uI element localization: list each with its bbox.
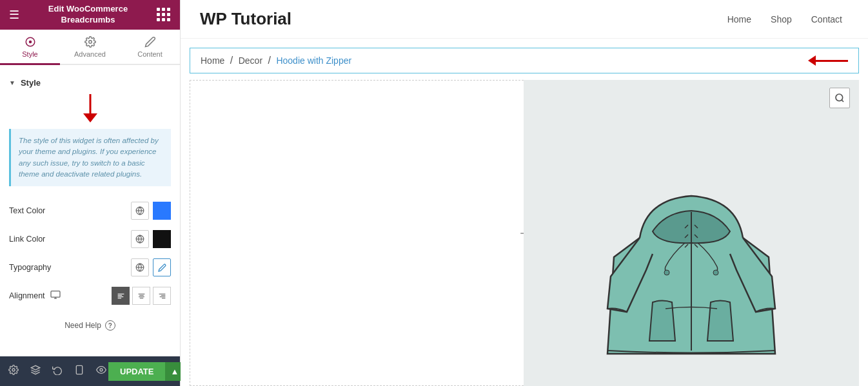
typography-actions <box>131 258 171 276</box>
link-color-row: Link Color <box>0 225 180 253</box>
help-circle-icon: ? <box>105 320 115 331</box>
tab-style-label: Style <box>22 50 37 58</box>
alignment-label: Alignment <box>9 291 45 300</box>
svg-rect-14 <box>117 293 124 294</box>
align-center-button[interactable] <box>132 287 150 305</box>
breadcrumb: Home / Decor / Hoodie with Zipper <box>201 55 351 66</box>
responsive-icon[interactable] <box>72 365 86 378</box>
alignment-label-group: Alignment <box>9 291 61 302</box>
align-right-button[interactable] <box>153 287 171 305</box>
svg-rect-11 <box>51 291 60 297</box>
svg-rect-24 <box>159 296 165 297</box>
site-header: WP Tutorial Home Shop Contact <box>181 0 868 39</box>
typography-row: Typography <box>0 253 180 282</box>
nav-contact[interactable]: Contact <box>811 14 842 24</box>
svg-point-30 <box>100 369 103 371</box>
bottom-toolbar: UPDATE ▲ <box>0 356 180 386</box>
typography-globe-icon[interactable] <box>131 258 149 276</box>
text-color-row: Text Color <box>0 197 180 225</box>
svg-point-35 <box>713 270 718 275</box>
svg-rect-21 <box>139 298 143 298</box>
svg-rect-18 <box>138 293 144 294</box>
site-title: WP Tutorial <box>200 9 291 29</box>
alignment-buttons <box>112 287 171 305</box>
nav-home[interactable]: Home <box>727 14 751 24</box>
need-help[interactable]: The style of this widget is often affect… <box>0 310 180 341</box>
style-section-title: Style <box>21 78 41 88</box>
layers-icon[interactable] <box>28 365 43 378</box>
hoodie-image <box>601 160 782 386</box>
grid-icon[interactable] <box>157 8 171 22</box>
site-nav: Home Shop Contact <box>727 14 842 24</box>
align-left-button[interactable] <box>112 287 130 305</box>
tab-advanced-label: Advanced <box>74 50 106 58</box>
arrow-indicator <box>0 94 180 122</box>
breadcrumb-current[interactable]: Hoodie with Zipper <box>276 55 351 66</box>
arrow-line <box>816 60 848 62</box>
svg-rect-25 <box>161 298 164 298</box>
link-color-globe-icon[interactable] <box>131 230 149 248</box>
breadcrumb-home[interactable]: Home <box>201 55 224 66</box>
site-content: Home / Decor / Hoodie with Zipper + <box>181 39 868 386</box>
panel-header: ☰ Edit WooCommerce Breadcrumbs <box>0 0 180 30</box>
svg-point-34 <box>664 270 669 275</box>
breadcrumb-decor[interactable]: Decor <box>239 55 262 66</box>
breadcrumb-sep-2: / <box>268 55 274 66</box>
typography-label: Typography <box>9 263 51 272</box>
svg-rect-23 <box>161 294 165 295</box>
arrow-head-icon <box>808 55 816 66</box>
text-color-globe-icon[interactable] <box>131 202 149 220</box>
typography-pencil-icon[interactable] <box>153 258 171 276</box>
svg-point-26 <box>12 369 15 371</box>
tab-advanced[interactable]: Advanced <box>60 30 120 65</box>
svg-marker-4 <box>83 113 97 122</box>
svg-rect-19 <box>139 294 144 295</box>
svg-rect-20 <box>139 296 144 297</box>
link-color-swatch[interactable] <box>153 230 171 248</box>
nav-shop[interactable]: Shop <box>771 14 792 24</box>
svg-line-32 <box>842 100 843 102</box>
svg-point-31 <box>836 94 843 101</box>
update-group: UPDATE ▲ <box>108 362 184 381</box>
tab-content[interactable]: Content <box>120 30 180 65</box>
hamburger-icon[interactable]: ☰ <box>9 8 19 22</box>
tab-content-label: Content <box>137 50 163 58</box>
info-box: The style of this widget is often affect… <box>9 129 171 186</box>
svg-point-1 <box>28 41 32 44</box>
svg-marker-27 <box>31 365 39 370</box>
update-button[interactable]: UPDATE <box>108 362 165 381</box>
text-color-actions <box>131 202 171 220</box>
style-section-header[interactable]: ▼ Style <box>0 74 180 94</box>
svg-rect-17 <box>117 298 121 298</box>
panel-title: Edit WooCommerce Breadcrumbs <box>19 4 157 26</box>
monitor-icon <box>50 291 61 302</box>
svg-rect-16 <box>117 296 123 297</box>
svg-rect-28 <box>76 365 82 374</box>
bottom-icons <box>6 365 108 378</box>
settings-icon[interactable] <box>6 365 21 378</box>
right-panel: WP Tutorial Home Shop Contact Home / Dec… <box>181 0 868 386</box>
panel-tabs: Style Advanced Content <box>0 30 180 65</box>
need-help-text: Need Help <box>64 321 101 330</box>
panel-content: ▼ Style The style of this widget is ofte… <box>0 65 180 356</box>
eye-icon[interactable] <box>94 365 108 378</box>
link-color-actions <box>131 230 171 248</box>
svg-rect-22 <box>159 293 165 294</box>
info-text: The style of this widget is often affect… <box>19 137 159 178</box>
breadcrumb-sep-1: / <box>230 55 236 66</box>
svg-rect-15 <box>117 294 122 295</box>
text-color-label: Text Color <box>9 206 45 215</box>
product-search-icon[interactable] <box>829 88 850 108</box>
svg-point-2 <box>88 41 92 44</box>
link-color-label: Link Color <box>9 235 45 244</box>
alignment-row: Alignment <box>0 282 180 310</box>
breadcrumb-wrapper: Home / Decor / Hoodie with Zipper <box>190 48 859 73</box>
red-arrow-left <box>808 55 848 66</box>
tab-style[interactable]: Style <box>0 30 60 65</box>
left-panel: ☰ Edit WooCommerce Breadcrumbs Style Adv… <box>0 0 181 386</box>
product-canvas: + <box>190 80 859 386</box>
breadcrumb-area: Home / Decor / Hoodie with Zipper <box>181 39 868 80</box>
product-image-area <box>524 80 859 386</box>
text-color-swatch[interactable] <box>153 202 171 220</box>
undo-icon[interactable] <box>50 365 64 378</box>
